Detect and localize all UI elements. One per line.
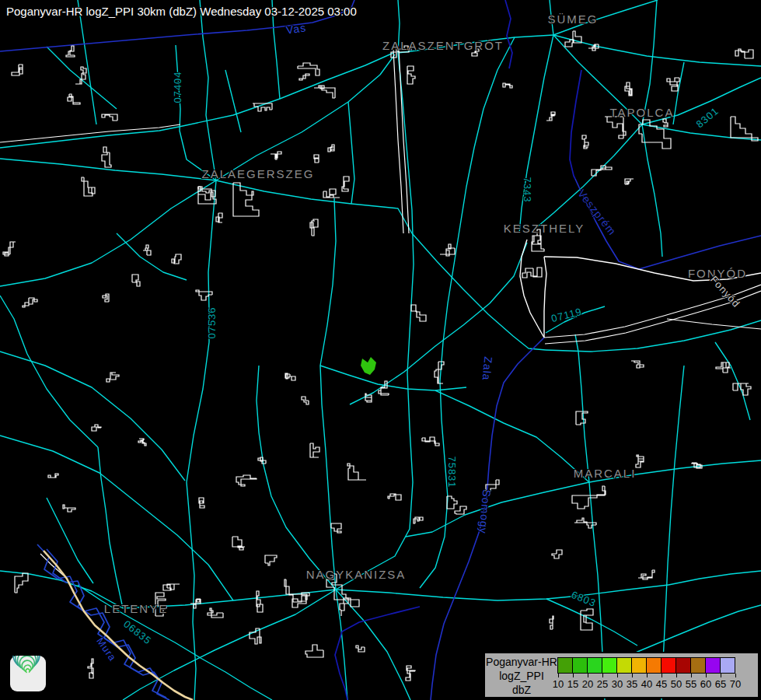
map-line: [575, 334, 589, 482]
road-number-label: 07536: [206, 306, 218, 338]
legend-tick-label: 10: [553, 678, 564, 690]
settlement-outline: [305, 645, 323, 657]
settlement-outline: [66, 46, 75, 57]
settlement-outline: [314, 155, 319, 163]
radar-map-viewer: SÜMEGZALASZENTGRÓTTAPOLCAZALAEGERSZEGKES…: [0, 0, 761, 700]
map-line: [216, 54, 395, 180]
settlement-outline: [232, 537, 245, 550]
settlement-outline: [92, 425, 101, 431]
legend-tick-mark: [721, 674, 721, 677]
settlement-outline: [138, 439, 146, 446]
settlement-outline: [572, 486, 606, 509]
settlement-outline: [190, 599, 201, 608]
settlement-outline: [314, 86, 335, 98]
legend-tick-mark: [735, 674, 736, 677]
map-line: [642, 124, 662, 257]
settlement-outline: [68, 94, 80, 104]
settlement-outline: [3, 242, 16, 256]
map-line: [176, 45, 216, 180]
legend-tick-mark: [617, 674, 618, 677]
map-line: [0, 296, 98, 447]
legend-tick-mark: [662, 674, 662, 677]
settlement-outline: [199, 498, 204, 508]
settlement-outline: [196, 290, 212, 300]
settlement-outline: [15, 573, 28, 593]
map-line: [44, 551, 193, 700]
city-label: MARCALI: [574, 467, 637, 480]
settlement-outline: [258, 457, 266, 464]
settlement-outline: [592, 166, 612, 176]
settlement-outline: [331, 523, 341, 533]
settlement-outline: [250, 628, 261, 644]
map-line: [0, 352, 185, 481]
map-line: [47, 549, 169, 700]
map-line: [40, 554, 64, 576]
legend-tick-label: 20: [582, 678, 593, 690]
settlement-outline: [411, 305, 426, 321]
settlement-outline: [236, 475, 257, 486]
settlement-outline: [692, 463, 702, 468]
map-line: [420, 264, 454, 588]
settlement-outline: [328, 145, 334, 152]
settlement-outline: [342, 177, 349, 191]
settlement-outline: [63, 505, 75, 512]
settlement-outline: [82, 177, 95, 196]
legend-tick-mark: [676, 674, 677, 677]
legend-color-box: [587, 657, 602, 674]
settlement-outline: [132, 275, 140, 286]
settlement-outline: [12, 65, 23, 75]
legend-tick-label: 45: [656, 678, 667, 690]
settlement-outline: [663, 119, 668, 127]
legend-color-box: [661, 657, 676, 674]
hungaromet-logo: [10, 656, 46, 691]
legend-product: logZ_PPI: [485, 669, 558, 683]
settlement-outline: [88, 659, 93, 678]
settlement-outline: [302, 397, 309, 404]
map-line: [715, 342, 750, 420]
settlement-outline: [407, 66, 415, 84]
map-line: [505, 0, 512, 68]
settlement-outline: [667, 78, 679, 91]
map-line: [336, 590, 410, 700]
settlement-outline: [716, 362, 731, 373]
legend-color-box: [631, 657, 647, 674]
country-border-layer: [44, 551, 193, 700]
settlement-outline: [143, 245, 151, 255]
map-line: [553, 35, 761, 66]
settlement-outline: [522, 268, 542, 278]
map-line: [348, 102, 354, 204]
map-line: [0, 436, 233, 600]
legend-color-box: [705, 657, 721, 674]
settlement-outline: [588, 44, 599, 51]
legend-color-box: [720, 657, 735, 674]
legend-color-box: [557, 657, 573, 674]
spiral-arc: [19, 658, 35, 674]
legend-tick-mark: [632, 674, 633, 677]
settlement-outline: [638, 570, 655, 579]
settlement-outline: [172, 254, 181, 264]
radar-echo-layer: [361, 357, 376, 375]
settlement-outline: [406, 666, 415, 681]
settlement-outline: [216, 213, 222, 222]
map-line: [667, 319, 761, 329]
settlement-outline: [388, 494, 401, 500]
settlement-outline: [340, 598, 348, 616]
settlement-outline: [299, 74, 309, 80]
settlement-outline: [414, 517, 423, 523]
city-label: KESZTHELY: [504, 222, 585, 235]
settlement-outline: [233, 183, 259, 216]
map-line: [412, 233, 546, 350]
map-line: [393, 50, 403, 233]
legend-color-box: [602, 657, 617, 674]
settlement-outline: [550, 616, 553, 629]
settlement-outline: [503, 83, 512, 88]
city-label: ZALAEGERSZEG: [202, 167, 315, 180]
city-label: LETENYE: [104, 602, 168, 615]
settlement-outline: [271, 152, 281, 159]
city-label: ZALASZENTGRÓT: [382, 39, 504, 52]
legend-tick-mark: [558, 674, 559, 677]
map-line: [0, 180, 216, 286]
settlement-outline: [552, 550, 562, 558]
settlement-outline: [106, 373, 119, 382]
legend-color-box: [616, 657, 632, 674]
